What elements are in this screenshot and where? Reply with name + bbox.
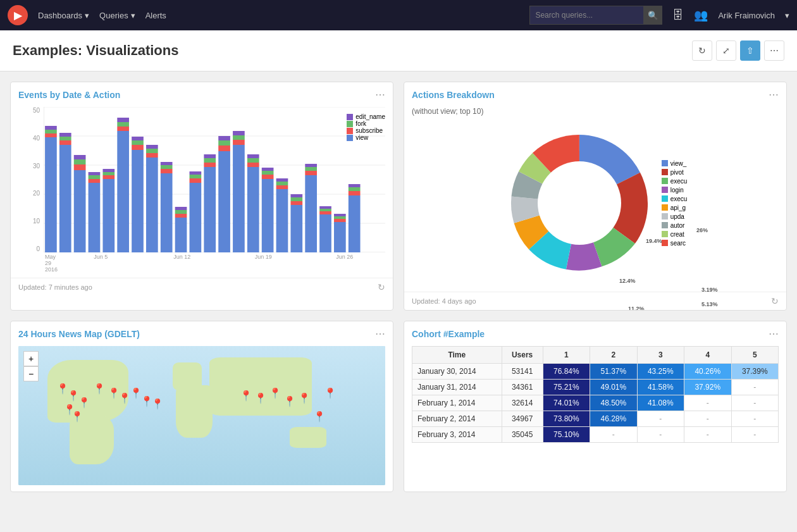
actions-refresh-button[interactable]: ↻ — [771, 296, 779, 306]
search-area: 🔍 — [529, 6, 662, 25]
map-pin: 📍 — [240, 390, 252, 402]
bar-chart-svg — [44, 107, 385, 252]
svg-rect-18 — [89, 183, 101, 252]
users-icon[interactable]: 👥 — [694, 8, 708, 22]
col-3: 3 — [637, 347, 684, 364]
x-axis: May 292016 Jun 5 Jun 12 Jun 19 Jun 26 — [44, 254, 385, 273]
svg-rect-88 — [334, 219, 346, 222]
svg-rect-75 — [290, 201, 302, 205]
svg-rect-22 — [102, 179, 114, 252]
svg-rect-80 — [305, 171, 317, 175]
svg-rect-6 — [45, 137, 57, 252]
svg-rect-46 — [190, 183, 202, 252]
svg-rect-77 — [290, 194, 302, 197]
svg-rect-61 — [233, 131, 245, 135]
land-australia — [290, 427, 326, 448]
cohort-card: Cohort #Example ⋯ Time Users 1 2 3 4 5 — [404, 321, 787, 492]
svg-rect-76 — [290, 197, 302, 201]
news-map-header: 24 Hours News Map (GDELT) ⋯ — [11, 321, 393, 346]
actions-updated-text: Updated: 4 days ago — [412, 297, 476, 305]
actions-chart-body: 26% 19.4% 12.4% 11.2% 8.76% 6.1% 5.82% 5… — [404, 121, 786, 292]
svg-rect-30 — [132, 150, 144, 252]
zoom-out-button[interactable]: − — [23, 366, 39, 381]
main-content: Events by Date & Action ⋯ 50 40 30 20 10… — [0, 71, 797, 502]
legend-dot-fork — [347, 121, 353, 127]
svg-rect-28 — [117, 122, 129, 127]
events-menu-button[interactable]: ⋯ — [375, 89, 385, 101]
svg-rect-59 — [233, 140, 245, 145]
header-actions: ↻ ⤢ ⇧ ⋯ — [692, 40, 784, 61]
nav-alerts[interactable]: Alerts — [145, 11, 166, 20]
events-chart-body: 50 40 30 20 10 0 — [11, 107, 393, 278]
svg-rect-93 — [349, 187, 361, 191]
svg-rect-86 — [319, 206, 331, 209]
cohort-menu-button[interactable]: ⋯ — [769, 328, 779, 340]
svg-rect-42 — [175, 218, 187, 252]
svg-rect-79 — [305, 175, 317, 252]
search-button[interactable]: 🔍 — [643, 6, 662, 25]
nav-queries[interactable]: Queries ▾ — [99, 11, 135, 20]
col-time: Time — [412, 347, 502, 364]
svg-rect-74 — [290, 205, 302, 252]
user-menu[interactable]: Arik Fraimovich — [718, 11, 775, 20]
map-pin: 📍 — [313, 411, 326, 423]
more-button[interactable]: ⋯ — [764, 40, 784, 61]
svg-rect-52 — [204, 158, 216, 163]
map-pin: 📍 — [324, 387, 337, 399]
svg-rect-12 — [59, 137, 71, 140]
zoom-in-button[interactable]: + — [23, 351, 39, 366]
svg-rect-48 — [190, 175, 202, 178]
cohort-body: Time Users 1 2 3 4 5 January 30, 2014 53… — [404, 346, 786, 449]
svg-rect-41 — [161, 162, 173, 165]
svg-rect-23 — [102, 175, 114, 179]
svg-rect-73 — [276, 178, 288, 182]
database-icon[interactable]: 🗄 — [672, 9, 684, 22]
events-chart-title: Events by Date & Action — [18, 90, 120, 100]
svg-point-96 — [538, 161, 621, 245]
svg-rect-72 — [276, 182, 288, 185]
svg-rect-31 — [132, 145, 144, 150]
navbar: ▶ Dashboards ▾ Queries ▾ Alerts 🔍 🗄 👥 Ar… — [0, 0, 797, 30]
legend-dot-edit — [347, 114, 353, 120]
search-input[interactable] — [529, 6, 643, 25]
donut-chart-area: 26% 19.4% 12.4% 11.2% 8.76% 6.1% 5.82% 5… — [412, 121, 779, 285]
legend-dot-subscribe — [347, 128, 353, 134]
news-map-card: 24 Hours News Map (GDELT) ⋯ 📍 📍 📍 📍 — [10, 321, 393, 492]
actions-card-header: Actions Breakdown ⋯ — [404, 82, 786, 107]
svg-rect-17 — [74, 155, 86, 159]
svg-rect-83 — [319, 214, 331, 252]
svg-rect-92 — [349, 191, 361, 195]
land-asia — [209, 357, 312, 416]
svg-rect-39 — [161, 169, 173, 173]
events-chart-card: Events by Date & Action ⋯ 50 40 30 20 10… — [10, 82, 393, 311]
expand-button[interactable]: ⤢ — [716, 40, 736, 61]
map-pin: 📍 — [269, 387, 281, 399]
actions-menu-button[interactable]: ⋯ — [769, 89, 779, 101]
nav-dashboards[interactable]: Dashboards ▾ — [38, 11, 89, 20]
svg-rect-50 — [204, 167, 216, 252]
app-logo[interactable]: ▶ — [8, 5, 28, 25]
svg-rect-24 — [102, 172, 114, 175]
svg-rect-69 — [262, 168, 274, 171]
news-map-menu-button[interactable]: ⋯ — [375, 328, 385, 340]
map-pin: 📍 — [298, 392, 311, 404]
svg-rect-56 — [218, 140, 230, 145]
actions-chart-title: Actions Breakdown — [412, 90, 495, 100]
cohort-row: January 30, 2014 53141 76.84% 51.37% 43.… — [412, 364, 779, 380]
svg-rect-44 — [175, 210, 187, 214]
legend-edit-name: edit_name — [347, 113, 385, 120]
cohort-row: February 3, 2014 35045 75.10% - - - - — [412, 427, 779, 443]
events-card-footer: Updated: 7 minutes ago ↻ — [11, 278, 393, 296]
svg-rect-33 — [132, 137, 144, 140]
refresh-button[interactable]: ↻ — [692, 40, 712, 61]
share-button[interactable]: ⇧ — [740, 40, 760, 61]
svg-rect-91 — [349, 195, 361, 252]
land-south-america — [70, 416, 114, 464]
map-pin: 📍 — [254, 392, 267, 404]
svg-rect-49 — [190, 171, 202, 175]
svg-rect-53 — [204, 154, 216, 158]
cohort-card-header: Cohort #Example ⋯ — [404, 321, 786, 346]
events-refresh-button[interactable]: ↻ — [378, 282, 385, 292]
svg-rect-16 — [74, 159, 86, 164]
cohort-table: Time Users 1 2 3 4 5 January 30, 2014 53… — [412, 346, 779, 443]
